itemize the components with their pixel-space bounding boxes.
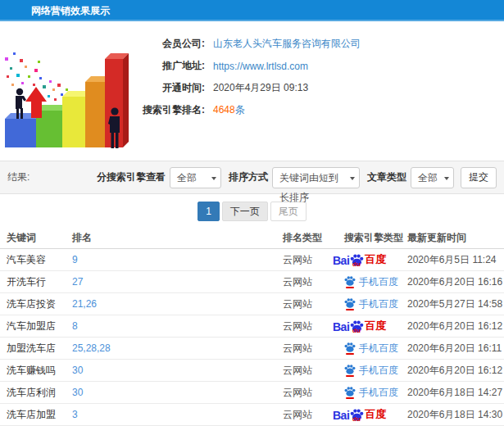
table-row: 汽车美容9云网站Baidu百度2020年6月5日 11:24	[0, 249, 504, 271]
next-page-button[interactable]: 下一页	[222, 202, 268, 221]
header-bar: 网络营销效果展示	[0, 0, 504, 21]
company-label: 会员公司:	[129, 37, 205, 51]
rank-count-label: 搜索引擎排名:	[129, 103, 205, 117]
rank-type-cell: 云网站	[283, 297, 344, 311]
mobile-baidu-logo: 手机百度	[344, 364, 398, 378]
rank-count-value: 4648条	[213, 103, 245, 117]
table-row: 加盟洗车店25,28,28云网站手机百度2020年6月20日 16:11	[0, 338, 504, 360]
updated-cell: 2020年6月18日 14:27	[407, 386, 504, 400]
open-time-value: 2020年4月29日 09:13	[213, 81, 308, 95]
table-row: 洗车店投资21,26云网站手机百度2020年5月27日 14:58	[0, 293, 504, 315]
engine-cell: 手机百度	[344, 386, 407, 400]
mobile-baidu-paw-icon	[344, 275, 356, 288]
article-type-select[interactable]: 全部	[411, 167, 454, 188]
keyword-cell: 洗车店利润	[7, 386, 72, 400]
open-time-label: 开通时间:	[129, 81, 205, 95]
updated-cell: 2020年6月20日 16:12	[407, 320, 504, 333]
promo-url-label: 推广地址:	[129, 59, 205, 73]
updated-cell: 2020年6月20日 16:16	[407, 275, 504, 289]
rank-cell[interactable]: 25,28,28	[72, 342, 283, 354]
engine-cell: Baidu百度	[344, 407, 407, 422]
engine-cell: 手机百度	[344, 275, 407, 289]
rank-cell[interactable]: 21,26	[72, 298, 283, 310]
rank-type-cell: 云网站	[283, 342, 344, 356]
engine-cell: 手机百度	[344, 364, 407, 378]
col-engine-type: 搜索引擎类型	[344, 231, 407, 245]
keyword-cell: 汽车美容	[7, 253, 72, 267]
results-table: 关键词 排名 排名类型 搜索引擎类型 最新更新时间 汽车美容9云网站Baidu百…	[0, 228, 504, 426]
chevron-down-icon	[444, 177, 449, 180]
table-header: 关键词 排名 排名类型 搜索引擎类型 最新更新时间	[0, 228, 504, 249]
rank-type-cell: 云网站	[283, 386, 344, 400]
rank-cell[interactable]: 30	[72, 365, 283, 376]
engine-cell: 手机百度	[344, 297, 407, 311]
rank-type-cell: 云网站	[283, 364, 344, 378]
growth-chart-illustration	[0, 25, 133, 157]
table-row: 开洗车行27云网站手机百度2020年6月20日 16:16	[0, 271, 504, 293]
table-row: 汽车加盟店8云网站Baidu百度2020年6月20日 16:12	[0, 315, 504, 338]
updated-cell: 2020年6月18日 14:30	[407, 408, 504, 422]
keyword-cell: 汽车加盟店	[7, 320, 72, 333]
table-row: 洗车店利润30云网站手机百度2020年6月18日 14:27	[0, 382, 504, 404]
keyword-cell: 洗车店加盟	[7, 408, 72, 422]
engine-select[interactable]: 全部	[170, 167, 221, 188]
mobile-baidu-logo: 手机百度	[344, 297, 398, 311]
rank-cell[interactable]: 3	[72, 409, 283, 420]
info-row-company: 会员公司: 山东老人头汽车服务咨询有限公司	[129, 33, 361, 55]
table-row: 洗车店加盟3云网站Baidu百度2020年6月18日 14:30	[0, 404, 504, 426]
info-row-open-time: 开通时间: 2020年4月29日 09:13	[129, 77, 361, 99]
baidu-logo: Baidu百度	[333, 319, 386, 333]
info-section: 会员公司: 山东老人头汽车服务咨询有限公司 推广地址: https://www.…	[0, 21, 504, 161]
engine-cell: 手机百度	[344, 342, 407, 356]
baidu-logo: Baidu百度	[333, 407, 386, 422]
page-1-button[interactable]: 1	[198, 202, 220, 221]
rank-type-cell: 云网站	[283, 275, 344, 289]
company-name-link[interactable]: 山东老人头汽车服务咨询有限公司	[213, 37, 361, 51]
keyword-cell: 开洗车行	[7, 275, 72, 289]
rank-cell[interactable]: 30	[72, 387, 283, 398]
mobile-baidu-paw-icon	[344, 364, 356, 377]
promo-url-link[interactable]: https://www.lrtlsd.com	[213, 61, 308, 72]
pagination: 1 下一页 尾页	[0, 194, 504, 228]
col-keyword: 关键词	[7, 231, 72, 245]
mobile-baidu-paw-icon	[344, 297, 356, 310]
col-rank-type: 排名类型	[283, 231, 344, 245]
sort-label: 排序方式	[229, 170, 268, 184]
mobile-baidu-paw-icon	[344, 342, 356, 355]
updated-cell: 2020年6月20日 16:11	[407, 342, 504, 356]
info-row-rank-count: 搜索引擎排名: 4648条	[129, 99, 361, 121]
page-title: 网络营销效果展示	[31, 5, 110, 16]
sort-select[interactable]: 关键词由短到长排序	[272, 167, 360, 188]
results-table-body: 汽车美容9云网站Baidu百度2020年6月5日 11:24开洗车行27云网站手…	[0, 249, 504, 426]
updated-cell: 2020年6月20日 16:12	[407, 364, 504, 378]
chevron-down-icon	[350, 177, 355, 180]
keyword-cell: 加盟洗车店	[7, 342, 72, 356]
updated-cell: 2020年6月5日 11:24	[407, 253, 504, 267]
rank-cell[interactable]: 9	[72, 254, 283, 265]
keyword-cell: 洗车店投资	[7, 297, 72, 311]
engine-filter-label: 分搜索引擎查看	[97, 170, 166, 184]
keyword-cell: 洗车赚钱吗	[7, 364, 72, 378]
rank-cell[interactable]: 8	[72, 320, 283, 332]
table-row: 洗车赚钱吗30云网站手机百度2020年6月20日 16:12	[0, 360, 504, 382]
updated-cell: 2020年5月27日 14:58	[407, 297, 504, 311]
col-rank: 排名	[72, 231, 283, 245]
filter-bar: 结果: 分搜索引擎查看 全部 排序方式 关键词由短到长排序 文章类型 全部 提交	[0, 161, 504, 194]
baidu-logo: Baidu百度	[333, 252, 386, 267]
info-row-url: 推广地址: https://www.lrtlsd.com	[129, 55, 361, 77]
company-info: 会员公司: 山东老人头汽车服务咨询有限公司 推广地址: https://www.…	[129, 33, 361, 121]
engine-cell: Baidu百度	[344, 319, 407, 333]
engine-cell: Baidu百度	[344, 252, 407, 267]
rank-cell[interactable]: 27	[72, 276, 283, 288]
result-label: 结果:	[7, 170, 30, 184]
mobile-baidu-paw-icon	[344, 386, 356, 399]
filter-controls: 分搜索引擎查看 全部 排序方式 关键词由短到长排序 文章类型 全部 提交	[93, 167, 497, 188]
article-type-label: 文章类型	[367, 170, 406, 184]
mobile-baidu-logo: 手机百度	[344, 342, 398, 356]
mobile-baidu-logo: 手机百度	[344, 275, 398, 289]
submit-button[interactable]: 提交	[461, 167, 497, 188]
chevron-down-icon	[211, 177, 216, 180]
col-updated: 最新更新时间	[407, 231, 504, 245]
mobile-baidu-logo: 手机百度	[344, 386, 398, 400]
